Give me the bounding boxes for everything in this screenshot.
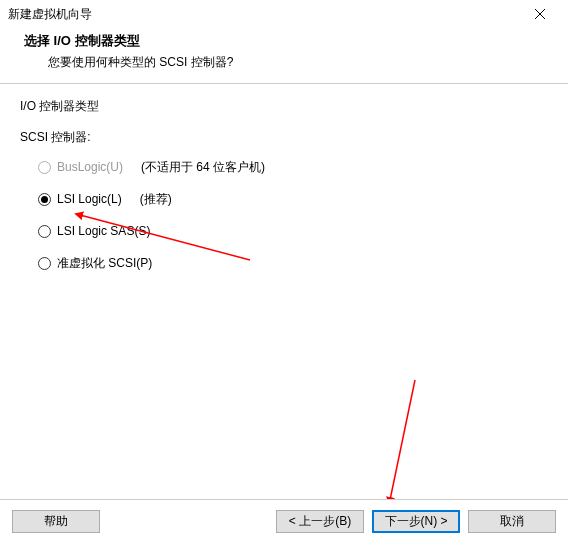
annotation-arrow xyxy=(370,370,430,510)
window-title: 新建虚拟机向导 xyxy=(8,6,92,23)
radio-option-paravirtual-scsi[interactable]: 准虚拟化 SCSI(P) xyxy=(38,254,548,272)
back-button[interactable]: < 上一步(B) xyxy=(276,510,364,533)
group-title: I/O 控制器类型 xyxy=(20,98,548,115)
radio-label: LSI Logic SAS(S) xyxy=(57,224,150,238)
radio-note: (推荐) xyxy=(140,191,172,208)
radio-label: LSI Logic(L) xyxy=(57,192,122,206)
radio-label: 准虚拟化 SCSI(P) xyxy=(57,255,152,272)
radio-option-lsi-logic[interactable]: LSI Logic(L) (推荐) xyxy=(38,190,548,208)
page-subtitle: 您要使用何种类型的 SCSI 控制器? xyxy=(24,54,568,71)
radio-label: BusLogic(U) xyxy=(57,160,123,174)
radio-option-buslogic: BusLogic(U) (不适用于 64 位客户机) xyxy=(38,158,548,176)
svg-line-3 xyxy=(390,380,415,500)
radio-note: (不适用于 64 位客户机) xyxy=(141,159,265,176)
radio-icon xyxy=(38,225,51,238)
radio-option-lsi-logic-sas[interactable]: LSI Logic SAS(S) xyxy=(38,222,548,240)
close-button[interactable] xyxy=(520,0,560,28)
cancel-button[interactable]: 取消 xyxy=(468,510,556,533)
scsi-controller-label: SCSI 控制器: xyxy=(20,129,548,146)
help-button[interactable]: 帮助 xyxy=(12,510,100,533)
radio-icon xyxy=(38,193,51,206)
radio-icon xyxy=(38,257,51,270)
radio-icon xyxy=(38,161,51,174)
next-button[interactable]: 下一步(N) > xyxy=(372,510,460,533)
close-icon xyxy=(535,9,545,19)
page-title: 选择 I/O 控制器类型 xyxy=(24,32,568,50)
